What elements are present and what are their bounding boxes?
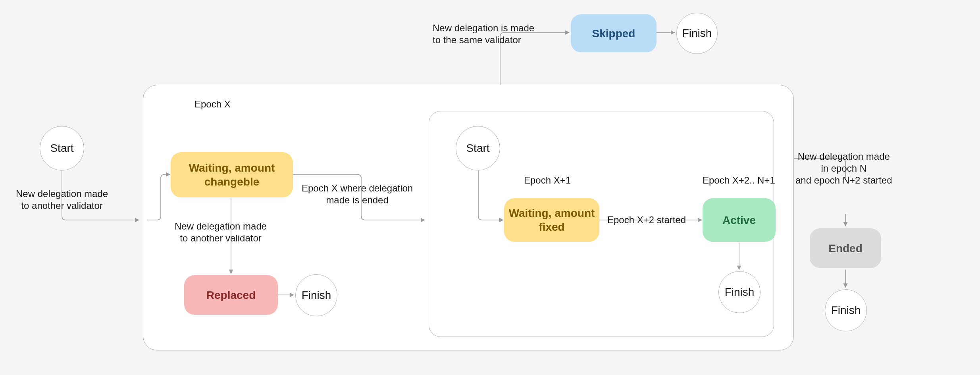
waiting-fixed-state: Waiting, amount fixed [504,198,599,242]
delegation-lifecycle-diagram: Start Epoch X Waiting, amount changeble … [0,0,980,375]
start-inner-node: Start [456,126,500,170]
epoch-x1-heading: Epoch X+1 [524,174,571,186]
label-ended-condition: New delegation made in epoch N and epoch… [795,151,892,186]
waiting-changeable-label: Waiting, amount changeble [175,161,289,189]
finish-active-label: Finish [725,286,755,298]
skipped-label: Skipped [592,27,635,40]
finish-active-node: Finish [718,271,761,313]
label-waiting-to-replaced: New delegation made to another validator [175,220,267,244]
finish-ended-label: Finish [831,304,861,317]
epoch-x2-n1-heading: Epoch X+2.. N+1 [703,174,775,186]
waiting-fixed-label: Waiting, amount fixed [508,206,595,234]
finish-replaced-node: Finish [295,274,337,316]
active-label: Active [722,213,756,227]
finish-skipped-label: Finish [682,27,712,40]
waiting-changeable-state: Waiting, amount changeble [171,152,293,197]
label-epoch-x2-started: Epoch X+2 started [607,214,686,226]
finish-ended-node: Finish [825,289,867,331]
skipped-state: Skipped [571,14,657,52]
ended-state: Ended [810,228,881,268]
replaced-state: Replaced [184,275,278,315]
start-outer-node: Start [40,126,84,170]
label-same-validator: New delegation is made to the same valid… [433,22,534,46]
epoch-x-heading: Epoch X [194,98,231,110]
replaced-label: Replaced [206,288,256,302]
start-inner-label: Start [466,142,489,155]
label-epoch-x-ended: Epoch X where delegation made is ended [302,182,413,206]
active-state: Active [703,198,776,242]
label-start-to-epoch: New delegation made to another validator [16,188,108,212]
finish-replaced-label: Finish [302,289,331,302]
ended-label: Ended [828,241,863,255]
finish-skipped-node: Finish [676,13,718,54]
start-outer-label: Start [50,142,73,155]
